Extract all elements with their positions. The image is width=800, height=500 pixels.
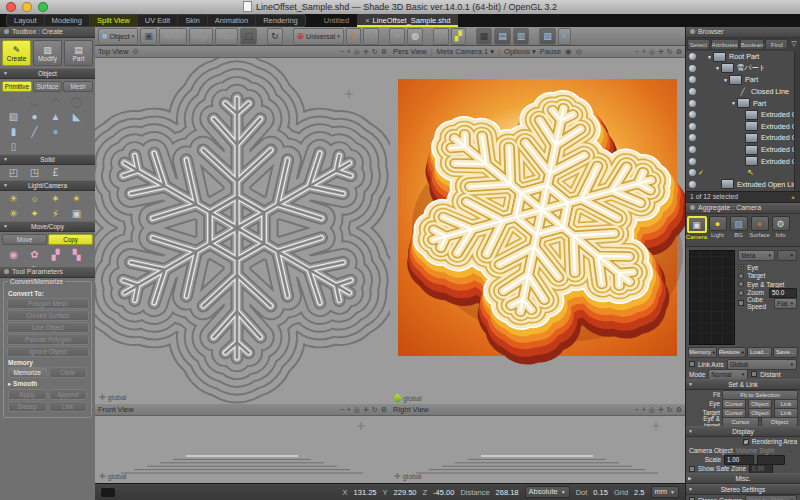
radio-zoom[interactable] xyxy=(738,290,744,296)
link-icon[interactable]: ◎ xyxy=(576,47,583,56)
viewport-right[interactable]: Right View −+◎✛↻⚙ ✛global xyxy=(390,404,685,483)
visibility-toggle-icon[interactable] xyxy=(689,65,696,72)
point-light-icon[interactable]: ☀ xyxy=(3,192,24,206)
zoom-out-icon[interactable]: − xyxy=(340,48,344,56)
move-copy-copy[interactable]: Copy xyxy=(48,234,93,245)
display-section-header[interactable]: ▼Display xyxy=(686,426,800,437)
link-axis-checkbox[interactable] xyxy=(689,361,695,367)
move-copy-section-header[interactable]: ▼Move/Copy xyxy=(0,221,95,232)
workspace-tab-animation[interactable]: Animation xyxy=(208,15,256,26)
pan-icon[interactable]: ✛ xyxy=(363,406,369,414)
browser-tab-select[interactable]: Select xyxy=(687,39,710,50)
wedge-primitive-icon[interactable]: ◣ xyxy=(66,110,87,124)
solid-text-icon[interactable]: £ xyxy=(45,166,66,180)
radio-target[interactable] xyxy=(738,273,744,279)
filter-icon[interactable]: ▽ xyxy=(789,39,799,50)
object-tab-mesh[interactable]: Mesh xyxy=(63,81,93,92)
zoom-value-input[interactable]: 50.0 xyxy=(769,288,797,298)
tree-item-extruded-closed[interactable]: Extruded Closed xyxy=(686,109,800,121)
camera-object-icon[interactable]: ▣ xyxy=(66,207,87,221)
tree-expander-icon[interactable]: ▼ xyxy=(706,54,713,60)
viewport-pers[interactable]: Pers View | Meta Camera 1 ▾ | Options ▾ … xyxy=(390,46,685,405)
free-move-icon[interactable]: ✿ xyxy=(24,248,45,262)
orbit-icon[interactable]: ↻ xyxy=(667,406,673,414)
pan-icon[interactable]: ✛ xyxy=(363,48,369,56)
status-grip[interactable] xyxy=(101,488,115,497)
smooth-sweep-button[interactable]: Sweep xyxy=(8,401,47,412)
object-mode-button[interactable]: ■Object▾ xyxy=(98,28,138,45)
closed-line-icon[interactable]: ◯ xyxy=(66,95,87,109)
distant-checkbox[interactable] xyxy=(751,371,757,377)
stereo-camera-dropdown[interactable]: Side by Side▼ xyxy=(745,495,797,500)
pan-icon[interactable]: ✛ xyxy=(658,48,664,56)
visibility-toggle-icon[interactable] xyxy=(689,158,696,165)
zoom-out-icon[interactable]: − xyxy=(635,48,639,56)
object-tab-surface[interactable]: Surface xyxy=(33,81,63,92)
cube-speed-dropdown[interactable]: Flat▼ xyxy=(774,298,797,309)
visibility-toggle-icon[interactable] xyxy=(689,100,696,107)
tree-item-root-part[interactable]: ▼Root Part xyxy=(686,51,800,63)
aggregate-tab-surface[interactable]: ●Surface xyxy=(750,216,769,238)
light-tool-button[interactable]: ☀ xyxy=(389,28,405,45)
orbit-icon[interactable]: ↻ xyxy=(372,48,378,56)
coordinate-mode-dropdown[interactable]: Absolute▼ xyxy=(525,486,570,498)
solid-cup-icon[interactable]: ◳ xyxy=(24,166,45,180)
convert-line-object-button[interactable]: Line Object xyxy=(7,322,89,333)
tree-item-extruded-closed[interactable]: Extruded Closed xyxy=(686,144,800,156)
ambient-light-icon[interactable]: ✳ xyxy=(3,207,24,221)
document-tab-lineoffset-sample-shd[interactable]: ×LineOffset_Sample.shd xyxy=(357,14,458,27)
workspace-tab-modeling[interactable]: Modeling xyxy=(45,15,90,26)
move-copy-move[interactable]: Move xyxy=(2,234,47,245)
browser-tab-find[interactable]: Find xyxy=(765,39,788,50)
visibility-toggle-icon[interactable] xyxy=(689,76,696,83)
convert-polygon-mesh-button[interactable]: Polygon Mesh xyxy=(7,298,89,309)
smooth-link-button[interactable]: Link xyxy=(49,401,88,412)
spline-icon[interactable]: ◠ xyxy=(45,95,66,109)
coordinate-space-tag[interactable]: global xyxy=(394,395,422,402)
visibility-toggle-icon[interactable] xyxy=(689,53,696,60)
zoom-out-icon[interactable]: − xyxy=(635,406,639,414)
textured-view-button[interactable]: ▧ xyxy=(539,28,556,45)
orbit-icon[interactable]: ↻ xyxy=(372,406,378,414)
flame-light-icon[interactable]: ⚡ xyxy=(45,207,66,221)
restore-button[interactable]: Restore▼ xyxy=(718,347,746,358)
viewport-front[interactable]: Front View −+◎✛↻⚙ ✛global xyxy=(95,404,391,483)
aggregate-tab-info[interactable]: ⚙Info xyxy=(771,216,790,238)
universal-manipulator-button[interactable]: ⊕Universal▾ xyxy=(293,28,344,45)
disc-primitive-icon[interactable]: ● xyxy=(45,125,66,139)
visibility-toggle-icon[interactable] xyxy=(689,181,696,188)
browser-tab-attributes[interactable]: Attributes xyxy=(711,39,739,50)
view-menu-icon[interactable]: ⚙ xyxy=(381,48,387,56)
link-axis-dropdown[interactable]: Global▼ xyxy=(727,359,797,370)
visibility-toggle-icon[interactable] xyxy=(689,134,696,141)
memory-button[interactable]: Memory▼ xyxy=(688,347,717,358)
set-link-section-header[interactable]: ▼Set & Link xyxy=(686,379,800,390)
pause-button[interactable]: Pause xyxy=(540,47,561,56)
zoom-in-icon[interactable]: + xyxy=(347,406,351,414)
workspace-tab-uv-edit[interactable]: UV Edit xyxy=(138,15,178,26)
right-view-canvas[interactable]: ✛global xyxy=(390,416,685,483)
radio-eye-target[interactable] xyxy=(738,281,744,287)
shaded-view-button[interactable]: ▥ xyxy=(513,28,530,45)
workspace-tab-rendering[interactable]: Rendering xyxy=(256,15,305,26)
stick-primitive-icon[interactable]: ╱ xyxy=(24,125,45,139)
pan-icon[interactable]: ✛ xyxy=(658,406,664,414)
view-menu-icon[interactable]: ⚙ xyxy=(381,406,387,414)
modify-tool-button[interactable]: ▧Modify xyxy=(33,40,62,66)
grid-snap-button[interactable]: ▦ xyxy=(476,28,493,45)
tree-expander-icon[interactable]: ▼ xyxy=(722,77,729,83)
opened-line-icon[interactable]: ◜ xyxy=(3,95,24,109)
mirror-copy-icon[interactable]: ▞ xyxy=(45,248,66,262)
joint-button[interactable]: ⌬ xyxy=(363,28,379,45)
camera-selector[interactable]: Meta Camera 1 ▾ xyxy=(437,47,495,56)
browser-scrollbar[interactable] xyxy=(794,51,800,191)
tree-item-[interactable]: ▼雪パート xyxy=(686,63,800,75)
convert-ignore-object-button[interactable]: Ignore Object xyxy=(7,346,89,357)
browser-tab-boolean[interactable]: Boolean xyxy=(740,39,765,50)
area-light-icon[interactable]: ✴ xyxy=(66,192,87,206)
rendering-area-checkbox[interactable]: ✓ xyxy=(743,439,749,445)
visibility-toggle-icon[interactable] xyxy=(689,169,696,176)
load-button[interactable]: Load... xyxy=(747,347,772,358)
view-menu-icon[interactable]: ⚙ xyxy=(676,48,682,56)
sync-icon[interactable]: ◉ xyxy=(565,47,572,56)
